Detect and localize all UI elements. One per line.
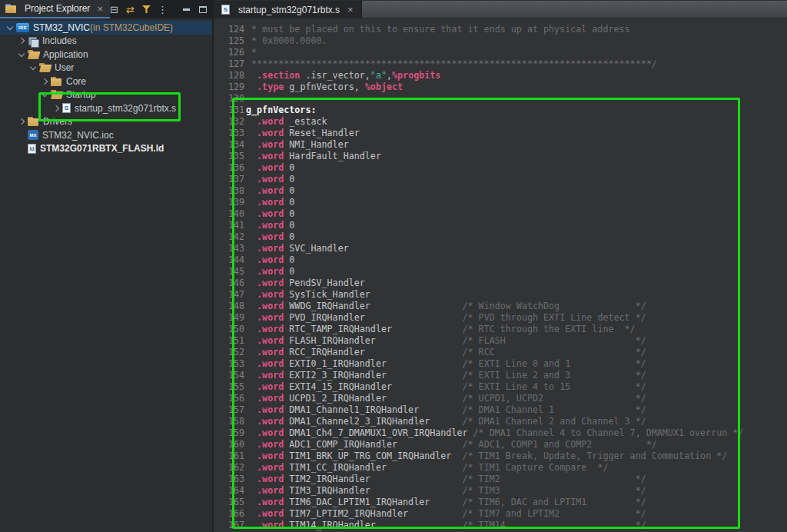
code-token-txt: EXTI2_3_IRQHandler [284,370,462,381]
code-token-txt [246,174,257,185]
chevron-down-icon[interactable] [39,89,51,100]
code-token-txt: 0 [284,220,294,231]
code-line[interactable]: 138 .word 0 [214,185,787,197]
code-token-cmt: * 0x0000.0000. [246,35,327,46]
code-line[interactable]: 148 .word WWDG_IRQHandler /* Window Watc… [214,301,787,312]
sidebar-item-stm32-nvic-ioc[interactable]: MXSTM32_NVIC.ioc [0,128,212,142]
code-line[interactable]: 153 .word EXTI0_1_IRQHandler /* EXTI Lin… [214,358,787,370]
code-line[interactable]: 146 .word PendSV_Handler [214,278,787,289]
code-line[interactable]: 125 * 0x0000.0000. [214,35,787,47]
line-number: 164 [228,485,246,497]
code-token-txt: TIM6_DAC_LPTIM1_IRQHandler [284,497,462,507]
code-line[interactable]: 159 .word DMA1_Ch4_7_DMAMUX1_OVR_IRQHand… [214,427,787,439]
sidebar-item-core[interactable]: Core [0,75,212,88]
tab-project-explorer[interactable]: Project Explorer × [0,0,110,18]
line-number: 143 [228,243,246,254]
code-line[interactable]: 134 .word NMI_Handler [214,139,787,151]
folder-open-icon [51,90,62,99]
view-menu-icon[interactable]: ⋮ [154,2,171,17]
code-line[interactable]: 163 .word TIM2_IRQHandler /* TIM2 */ [214,474,787,485]
chevron-right-icon[interactable] [39,76,51,87]
sidebar-item-user[interactable]: User [0,62,212,75]
code-line[interactable]: 152 .word RCC_IRQHandler /* RCC */ [214,347,787,358]
code-line[interactable]: 160 .word ADC1_COMP_IRQHandler /* ADC1, … [214,439,787,451]
code-line[interactable]: 166 .word TIM7_LPTIM2_IRQHandler /* TIM7… [214,508,787,520]
code-token-txt [246,116,257,127]
code-line[interactable]: 150 .word RTC_TAMP_IRQHandler /* RTC thr… [214,324,787,335]
code-line[interactable]: 151 .word FLASH_IRQHandler /* FLASH */ [214,335,787,347]
code-token-txt [246,358,257,369]
code-line[interactable]: 124 * must be placed on this to ensure t… [214,24,787,35]
close-icon[interactable]: × [97,3,103,15]
code-line[interactable]: 149 .word PVD_IRQHandler /* PVD through … [214,312,787,324]
collapse-all-icon[interactable]: ⊟ [106,2,122,17]
code-line[interactable]: 145 .word 0 [214,266,787,278]
code-line[interactable]: 137 .word 0 [214,174,787,185]
code-token-txt [246,197,257,208]
maximize-icon[interactable] [194,2,211,17]
chevron-right-icon[interactable] [16,35,28,46]
code-line[interactable]: 165 .word TIM6_DAC_LPTIM1_IRQHandler /* … [214,497,787,508]
code-token-cmt: /* TIM3 */ [462,485,646,496]
code-line[interactable]: 139 .word 0 [214,197,787,208]
code-line[interactable]: 161 .word TIM1_BRK_UP_TRG_COM_IRQHandler… [214,451,787,462]
close-icon[interactable]: × [347,4,354,15]
code-line[interactable]: 128 .section .isr_vector,"a",%progbits [214,70,787,81]
code-token-dir: %progbits [392,70,440,81]
code-line[interactable]: 157 .word DMA1_Channel1_IRQHandler /* DM… [214,404,787,416]
link-with-editor-icon[interactable]: ⇄ [122,2,138,17]
code-line[interactable]: 147 .word SysTick_Handler [214,289,787,301]
code-line[interactable]: 155 .word EXTI4_15_IRQHandler /* EXTI Li… [214,381,787,393]
code-line[interactable]: 136 .word 0 [214,162,787,174]
code-token-txt [246,508,257,519]
code-token-cmt: /* EXTI Line 2 and 3 */ [462,370,646,381]
sidebar-item-startup-stm32g071rbtx-s[interactable]: Sstartup_stm32g071rbtx.s [0,101,212,115]
chevron-right-icon[interactable] [51,103,62,114]
chevron-right-icon[interactable] [16,116,28,127]
code-token-txt: RTC_TAMP_IRQHandler [284,324,462,334]
code-line[interactable]: 133 .word Reset_Handler [214,128,787,139]
ide-icon: IDE [16,23,29,32]
code-line[interactable]: 144 .word 0 [214,254,787,266]
tab-startup-file[interactable]: S startup_stm32g071rbtx.s × [214,1,362,18]
code-line[interactable]: 130 [214,93,787,105]
minimize-icon[interactable] [178,2,194,17]
code-line[interactable]: 162 .word TIM1_CC_IRQHandler /* TIM1 Cap… [214,462,787,474]
code-token-txt: SVC_Handler [284,243,348,254]
code-line[interactable]: 142 .word 0 [214,231,787,243]
code-line[interactable]: 135 .word HardFault_Handler [214,151,787,162]
chevron-down-icon[interactable] [28,62,39,73]
chevron-down-icon[interactable] [16,49,28,60]
code-token-txt: 0 [284,174,294,185]
code-line[interactable]: 126 * [214,47,787,58]
tree-item-label: STM32_NVIC.ioc [42,130,114,141]
code-line[interactable]: 141 .word 0 [214,220,787,231]
code-line[interactable]: 164 .word TIM3_IRQHandler /* TIM3 */ [214,485,787,497]
filter-icon[interactable] [138,2,154,17]
app-window: { "colors": { "accent_blue": "#3f7ab8", … [0,0,787,532]
sidebar-item-includes[interactable]: Includes [0,35,212,48]
code-lines[interactable]: 124 * must be placed on this to ensure t… [214,18,787,532]
code-line[interactable]: 167 .word TIM14_IRQHandler /* TIM14 */ [214,520,787,531]
code-line[interactable]: 158 .word DMA1_Channel2_3_IRQHandler /* … [214,416,787,427]
code-token-txt [246,497,257,507]
sidebar-item-drivers[interactable]: Drivers [0,115,212,129]
code-line[interactable]: 156 .word UCPD1_2_IRQHandler /* UCPD1, U… [214,393,787,404]
code-token-dir: .word [257,151,284,161]
code-line[interactable]: 131g_pfnVectors: [214,105,787,116]
code-token-dir: .word [257,404,284,415]
chevron-down-icon[interactable] [5,22,16,33]
code-line[interactable]: 129 .type g_pfnVectors, %object [214,81,787,93]
sidebar-item-stm32-nvic[interactable]: IDESTM32_NVIC (in STM32CubeIDE) [0,21,212,35]
code-token-cmt: /* UCPD1, UCPD2 */ [462,393,646,404]
sidebar-item-startup[interactable]: Startup [0,88,212,102]
code-line[interactable]: 140 .word 0 [214,208,787,220]
code-line[interactable]: 127 ************************************… [214,58,787,70]
code-token-txt [246,312,257,323]
code-line[interactable]: 154 .word EXTI2_3_IRQHandler /* EXTI Lin… [214,370,787,381]
sidebar-item-stm32g071rbtx-flash-ld[interactable]: ldSTM32G071RBTX_FLASH.ld [0,142,212,156]
code-line[interactable]: 143 .word SVC_Handler [214,243,787,254]
code-token-cmt: /* EXTI Line 4 to 15 */ [462,381,646,392]
code-line[interactable]: 132 .word _estack [214,116,787,128]
sidebar-item-application[interactable]: Application [0,48,212,62]
